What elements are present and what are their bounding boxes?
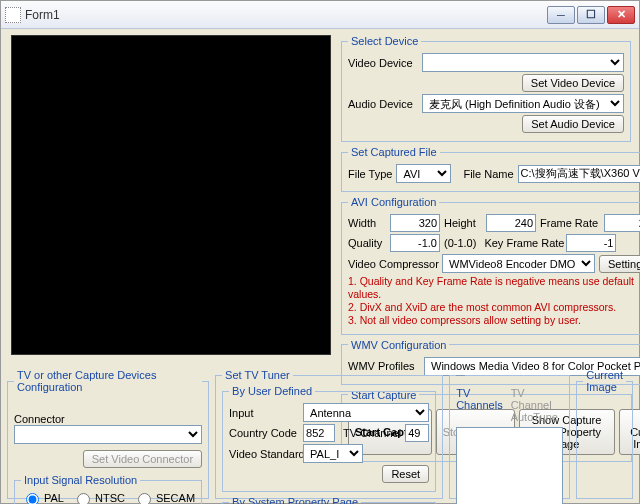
input-signal-res-legend: Input Signal Resolution <box>21 474 140 486</box>
input-signal-res-group: Input Signal Resolution PAL NTSC SECAM <box>14 474 202 504</box>
avi-config-group: AVI Configuration Width Height Frame Rat… <box>341 196 640 335</box>
file-type-label: File Type <box>348 168 392 180</box>
country-code-label: Country Code <box>229 427 299 439</box>
tuner-input-label: Input <box>229 407 299 419</box>
audio-device-select[interactable]: 麦克风 (High Definition Audio 设备) <box>422 94 624 113</box>
set-tv-tuner-group: Set TV Tuner By User Defined InputAntenn… <box>215 369 443 499</box>
reset-button[interactable]: Reset <box>382 465 429 483</box>
tv-channels-list[interactable] <box>456 427 563 504</box>
video-device-label: Video Device <box>348 57 418 69</box>
select-device-legend: Select Device <box>348 35 421 47</box>
set-captured-file-group: Set Captured File File Type AVI File Nam… <box>341 146 640 192</box>
connector-select[interactable] <box>14 425 202 444</box>
tv-devices-config-group: TV or other Capture Devices Configuratio… <box>7 369 209 499</box>
set-video-device-button[interactable]: Set Video Device <box>522 74 624 92</box>
select-device-group: Select Device Video Device Set Video Dev… <box>341 35 631 142</box>
main-window: Form1 ─ ☐ ✕ Select Device Video Device S… <box>0 0 640 504</box>
video-standard-label: Video Standard <box>229 448 299 460</box>
tuner-input-select[interactable]: Antenna <box>303 403 429 422</box>
avi-note-3: 3. Not all video compressors allow setti… <box>348 314 640 327</box>
connector-label: Connector <box>14 413 202 425</box>
tv-devices-config-legend: TV or other Capture Devices Configuratio… <box>14 369 202 393</box>
file-name-label: File Name <box>463 168 513 180</box>
by-system-prop-legend: By System Property Page <box>229 496 361 504</box>
tv-channels-legend <box>456 369 465 381</box>
height-input[interactable] <box>486 214 536 232</box>
audio-device-label: Audio Device <box>348 98 418 110</box>
set-tv-tuner-legend: Set TV Tuner <box>222 369 293 381</box>
width-input[interactable] <box>390 214 440 232</box>
avi-setting-button[interactable]: Setting... <box>599 255 640 273</box>
ntsc-radio[interactable]: NTSC <box>72 490 125 504</box>
width-label: Width <box>348 217 386 229</box>
close-button[interactable]: ✕ <box>607 6 635 24</box>
set-audio-device-button[interactable]: Set Audio Device <box>522 115 624 133</box>
pal-radio[interactable]: PAL <box>21 490 64 504</box>
titlebar: Form1 ─ ☐ ✕ <box>1 1 639 29</box>
by-user-defined-legend: By User Defined <box>229 385 315 397</box>
by-user-defined-group: By User Defined InputAntenna Country Cod… <box>222 385 436 492</box>
video-compressor-label: Video Compressor <box>348 258 438 270</box>
avi-note-1: 1. Quality and Key Frame Rate is negativ… <box>348 275 640 301</box>
tv-channel-label: TV Channel <box>343 427 401 439</box>
current-image-legend: Current Image <box>583 369 626 393</box>
maximize-icon: ☐ <box>586 8 596 21</box>
window-title: Form1 <box>25 8 60 22</box>
quality-input[interactable] <box>390 234 440 252</box>
video-standard-select[interactable]: PAL_I <box>303 444 363 463</box>
minimize-button[interactable]: ─ <box>547 6 575 24</box>
quality-range-label: (0-1.0) <box>444 237 476 249</box>
current-image-group: Current Image <box>576 369 633 499</box>
quality-label: Quality <box>348 237 386 249</box>
video-compressor-select[interactable]: WMVideo8 Encoder DMO <box>442 254 595 273</box>
key-frame-rate-input[interactable] <box>566 234 616 252</box>
file-type-select[interactable]: AVI <box>396 164 451 183</box>
country-code-input[interactable] <box>303 424 335 442</box>
tv-channels-group: TV Channels TV Channel AutoTune <box>449 369 570 499</box>
set-captured-file-legend: Set Captured File <box>348 146 440 158</box>
by-system-prop-group: By System Property Page Show TV Tuner Pr… <box>222 496 436 504</box>
wmv-config-legend: WMV Configuration <box>348 339 449 351</box>
key-frame-rate-label: Key Frame Rate <box>484 237 562 249</box>
tv-channels-tab[interactable]: TV Channels <box>456 387 502 423</box>
frame-rate-input[interactable] <box>604 214 640 232</box>
secam-radio[interactable]: SECAM <box>133 490 195 504</box>
close-icon: ✕ <box>617 8 626 21</box>
minimize-icon: ─ <box>557 9 565 21</box>
app-icon <box>5 7 21 23</box>
tv-channel-input[interactable] <box>405 424 429 442</box>
file-name-input[interactable] <box>518 165 640 183</box>
height-label: Height <box>444 217 482 229</box>
avi-note-2: 2. DivX and XviD are the most common AVI… <box>348 301 640 314</box>
video-preview <box>11 35 331 355</box>
video-device-select[interactable] <box>422 53 624 72</box>
maximize-button[interactable]: ☐ <box>577 6 605 24</box>
frame-rate-label: Frame Rate <box>540 217 600 229</box>
set-video-connector-button[interactable]: Set Video Connector <box>83 450 202 468</box>
avi-config-legend: AVI Configuration <box>348 196 439 208</box>
tv-channel-autotune-tab[interactable]: TV Channel AutoTune <box>511 387 564 423</box>
